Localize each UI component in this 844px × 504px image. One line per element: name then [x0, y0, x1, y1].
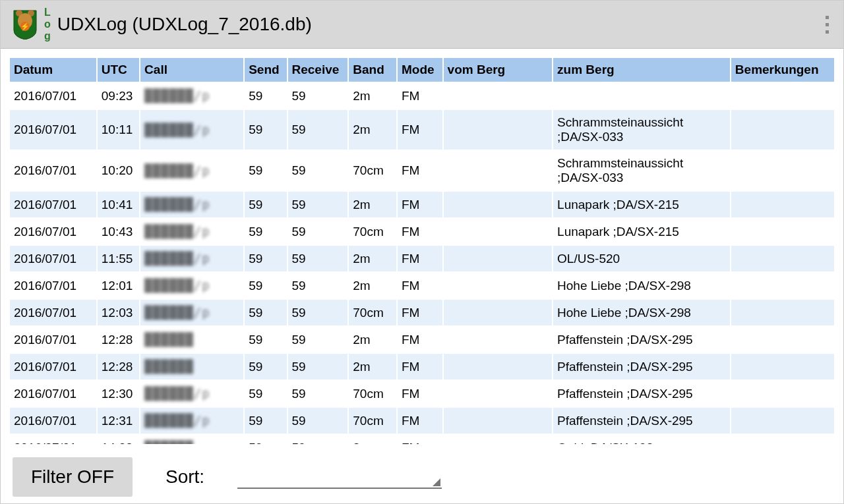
cell-receive: 59 [287, 353, 349, 380]
cell-zum: Pfaffenstein ;DA/SX-295 [553, 380, 731, 407]
cell-vom [443, 191, 553, 218]
col-header-datum[interactable]: Datum [9, 57, 97, 82]
cell-call: ██████/p [140, 245, 244, 272]
table-row[interactable]: 2016/07/0112:31██████/p595970cmFMPfaffen… [9, 407, 835, 434]
col-header-call[interactable]: Call [140, 57, 244, 82]
cell-datum: 2016/07/01 [9, 150, 97, 191]
cell-vom [443, 434, 553, 444]
cell-utc: 12:28 [97, 326, 140, 353]
cell-datum: 2016/07/01 [9, 218, 97, 245]
table-row[interactable]: 2016/07/0112:01██████/p59592mFMHohe Lieb… [9, 272, 835, 299]
cell-vom [443, 150, 553, 191]
cell-zum: Lunapark ;DA/SX-215 [553, 218, 731, 245]
table-row[interactable]: 2016/07/0112:28██████59592mFMPfaffenstei… [9, 353, 835, 380]
cell-receive: 59 [287, 380, 349, 407]
col-header-send[interactable]: Send [244, 57, 287, 82]
cell-utc: 10:11 [97, 109, 140, 150]
cell-call: ██████ [140, 434, 244, 444]
cell-datum: 2016/07/01 [9, 434, 97, 444]
cell-vom [443, 326, 553, 353]
app-icon: ⚡ [10, 9, 40, 40]
cell-band: 70cm [348, 218, 397, 245]
cell-vom [443, 380, 553, 407]
cell-bem [731, 407, 835, 434]
cell-call: ██████/p [140, 109, 244, 150]
col-header-receive[interactable]: Receive [287, 57, 349, 82]
cell-bem [731, 82, 835, 109]
cell-band: 70cm [348, 380, 397, 407]
overflow-menu-icon[interactable] [820, 11, 834, 39]
cell-utc: 10:43 [97, 218, 140, 245]
cell-zum: Schrammsteinaussicht ;DA/SX-033 [553, 109, 731, 150]
cell-utc: 09:23 [97, 82, 140, 109]
col-header-vom[interactable]: vom Berg [443, 57, 553, 82]
cell-datum: 2016/07/01 [9, 82, 97, 109]
cell-band: 2m [348, 434, 397, 444]
col-header-mode[interactable]: Mode [397, 57, 443, 82]
cell-receive: 59 [287, 191, 349, 218]
cell-bem [731, 299, 835, 326]
cell-zum: Pfaffenstein ;DA/SX-295 [553, 407, 731, 434]
cell-call: ██████/p [140, 82, 244, 109]
cell-call: ██████ [140, 326, 244, 353]
table-row[interactable]: 2016/07/0114:02██████59592mFMQuirl ;DA/S… [9, 434, 835, 444]
cell-band: 2m [348, 326, 397, 353]
table-row[interactable]: 2016/07/0112:30██████/p595970cmFMPfaffen… [9, 380, 835, 407]
cell-send: 59 [244, 380, 287, 407]
cell-zum: Hohe Liebe ;DA/SX-298 [553, 272, 731, 299]
cell-send: 59 [244, 245, 287, 272]
cell-bem [731, 380, 835, 407]
cell-receive: 59 [287, 326, 349, 353]
table-row[interactable]: 2016/07/0111:55██████/p59592mFMOL/US-520 [9, 245, 835, 272]
svg-text:⚡: ⚡ [20, 22, 30, 31]
cell-band: 2m [348, 191, 397, 218]
cell-bem [731, 434, 835, 444]
cell-bem [731, 272, 835, 299]
cell-call: ██████/p [140, 299, 244, 326]
sort-spinner[interactable] [237, 465, 442, 489]
cell-receive: 59 [287, 299, 349, 326]
cell-call: ██████/p [140, 272, 244, 299]
cell-call: ██████/p [140, 407, 244, 434]
cell-zum: Lunapark ;DA/SX-215 [553, 191, 731, 218]
cell-receive: 59 [287, 407, 349, 434]
cell-zum: Pfaffenstein ;DA/SX-295 [553, 353, 731, 380]
cell-datum: 2016/07/01 [9, 245, 97, 272]
cell-mode: FM [397, 299, 443, 326]
table-row[interactable]: 2016/07/0109:23██████/p59592mFM [9, 82, 835, 109]
table-row[interactable]: 2016/07/0112:03██████/p595970cmFMHohe Li… [9, 299, 835, 326]
cell-zum [553, 82, 731, 109]
cell-utc: 11:55 [97, 245, 140, 272]
cell-vom [443, 218, 553, 245]
cell-vom [443, 407, 553, 434]
cell-bem [731, 353, 835, 380]
cell-bem [731, 191, 835, 218]
table-row[interactable]: 2016/07/0112:28██████59592mFMPfaffenstei… [9, 326, 835, 353]
sort-label: Sort: [166, 466, 204, 488]
cell-send: 59 [244, 272, 287, 299]
cell-utc: 12:01 [97, 272, 140, 299]
cell-zum: Schrammsteinaussicht ;DA/SX-033 [553, 150, 731, 191]
table-row[interactable]: 2016/07/0110:11██████/p59592mFMSchrammst… [9, 109, 835, 150]
cell-call: ██████ [140, 353, 244, 380]
cell-datum: 2016/07/01 [9, 326, 97, 353]
col-header-utc[interactable]: UTC [97, 57, 140, 82]
cell-bem [731, 245, 835, 272]
bottom-bar: Filter OFF Sort: [1, 451, 843, 503]
filter-button[interactable]: Filter OFF [13, 457, 133, 497]
col-header-bem[interactable]: Bemerkungen [731, 57, 835, 82]
table-row[interactable]: 2016/07/0110:41██████/p59592mFMLunapark … [9, 191, 835, 218]
table-row[interactable]: 2016/07/0110:43██████/p595970cmFMLunapar… [9, 218, 835, 245]
logo-log-letters: L o g [44, 7, 51, 42]
cell-band: 70cm [348, 299, 397, 326]
cell-zum: OL/US-520 [553, 245, 731, 272]
col-header-zum[interactable]: zum Berg [553, 57, 731, 82]
col-header-band[interactable]: Band [348, 57, 397, 82]
cell-bem [731, 218, 835, 245]
cell-bem [731, 326, 835, 353]
cell-datum: 2016/07/01 [9, 272, 97, 299]
cell-receive: 59 [287, 434, 349, 444]
table-row[interactable]: 2016/07/0110:20██████/p595970cmFMSchramm… [9, 150, 835, 191]
cell-datum: 2016/07/01 [9, 109, 97, 150]
cell-send: 59 [244, 82, 287, 109]
